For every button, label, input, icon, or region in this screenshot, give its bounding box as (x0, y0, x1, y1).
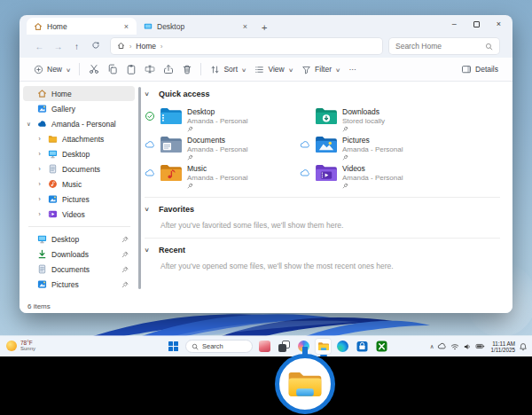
tab-close-icon[interactable]: × (241, 22, 249, 31)
toolbar-divider (79, 63, 80, 75)
navigation-pane: Home Gallery ∨ Amanda - Personal (20, 82, 141, 300)
notifications-bell-icon[interactable] (519, 342, 528, 351)
sync-cloud-icon (145, 139, 155, 150)
share-button[interactable] (159, 60, 177, 78)
copy-button[interactable] (103, 60, 121, 78)
sidebar-scrollbar[interactable] (138, 87, 141, 289)
quick-access-header[interactable]: ∨ Quick access (143, 88, 502, 100)
refresh-button[interactable] (86, 41, 105, 51)
sidebar-item-videos[interactable]: › Videos (23, 207, 135, 222)
wallpaper-bloom-shape (93, 311, 430, 336)
tile-music[interactable]: Music Amanda - Personal (145, 163, 300, 189)
tile-pictures[interactable]: Pictures Amanda - Personal (300, 135, 455, 161)
tab-desktop[interactable]: Desktop × (137, 18, 255, 35)
pin-icon (187, 126, 247, 132)
minimize-button[interactable]: – (452, 20, 457, 28)
chevron-down-icon: ∨ (66, 67, 71, 73)
sidebar-item-documents[interactable]: › Documents (23, 161, 135, 176)
tile-subtitle: Amanda - Personal (342, 174, 403, 183)
store-button[interactable] (355, 339, 370, 354)
store-icon (356, 341, 368, 352)
sidebar-item-pictures[interactable]: › Pictures (23, 192, 135, 207)
pin-icon (342, 183, 403, 189)
sidebar-item-documents-pinned[interactable]: Documents (23, 262, 135, 277)
breadcrumb-separator[interactable]: › (160, 43, 162, 50)
desktop-tab-icon (143, 21, 153, 31)
volume-icon[interactable] (463, 342, 472, 351)
sidebar-item-desktop[interactable]: › Desktop (23, 146, 135, 161)
chevron-right-icon[interactable]: › (35, 196, 43, 202)
tile-videos[interactable]: Videos Amanda - Personal (300, 163, 455, 189)
new-button[interactable]: New ∨ (29, 60, 74, 78)
filter-button[interactable]: Filter ∨ (297, 60, 344, 78)
paste-button[interactable] (121, 60, 140, 78)
tile-documents[interactable]: Documents Amanda - Personal (145, 135, 300, 161)
section-title: Favorites (159, 205, 194, 214)
pictures-folder-icon (315, 136, 338, 161)
recent-header[interactable]: ∨ Recent (143, 244, 502, 256)
sort-button[interactable]: Sort ∨ (206, 60, 250, 78)
view-button[interactable]: View ∨ (250, 60, 297, 78)
up-button[interactable]: ↑ (67, 42, 86, 51)
chevron-down-icon[interactable]: ∨ (142, 90, 153, 98)
pin-icon (342, 154, 403, 161)
address-bar[interactable]: › Home › (111, 38, 382, 54)
sidebar-item-gallery[interactable]: Gallery (23, 101, 135, 116)
taskbar-search-label: Search (202, 342, 223, 350)
new-tab-button[interactable]: + (262, 22, 267, 35)
battery-icon[interactable] (475, 341, 485, 351)
rename-button[interactable] (140, 60, 159, 78)
chevron-right-icon[interactable]: › (35, 151, 43, 157)
taskbar-search[interactable]: Search (185, 340, 253, 353)
tab-close-icon[interactable]: × (122, 22, 130, 31)
sidebar-item-music[interactable]: › Music (23, 176, 135, 192)
sidebar-item-onedrive[interactable]: ∨ Amanda - Personal (23, 116, 135, 131)
sidebar-divider (28, 226, 130, 227)
back-button[interactable]: ← (30, 42, 49, 51)
onedrive-tray-icon[interactable] (437, 341, 447, 351)
chevron-down-icon[interactable]: ∨ (142, 247, 153, 254)
sidebar-item-downloads-pinned[interactable]: Downloads (23, 247, 135, 262)
tile-name: Downloads (342, 108, 385, 117)
sidebar-item-pictures-pinned[interactable]: Pictures (23, 277, 135, 292)
chevron-down-icon[interactable]: ∨ (142, 206, 153, 213)
tile-downloads[interactable]: Downloads Stored locally (300, 106, 455, 132)
search-box[interactable] (389, 38, 499, 54)
status-bar: 6 items (20, 300, 512, 313)
task-view-button[interactable] (277, 339, 292, 354)
tray-chevron-up-icon[interactable]: ∧ (430, 343, 434, 350)
tile-name: Videos (342, 165, 403, 174)
xbox-button[interactable] (374, 339, 389, 354)
start-button[interactable] (166, 339, 181, 354)
chevron-right-icon[interactable]: › (35, 166, 43, 172)
sidebar-item-home[interactable]: Home (23, 86, 135, 101)
wifi-icon[interactable] (450, 342, 459, 351)
chevron-right-icon[interactable]: › (35, 211, 43, 217)
close-button[interactable]: × (497, 20, 501, 28)
chevron-right-icon[interactable]: › (35, 136, 43, 142)
tile-subtitle: Amanda - Personal (187, 174, 247, 183)
tile-desktop[interactable]: Desktop Amanda - Personal (145, 106, 300, 132)
section-title: Quick access (159, 90, 210, 98)
details-pane-button[interactable]: Details (457, 60, 503, 78)
pinned-app-icon[interactable] (257, 339, 272, 354)
sidebar-item-desktop-pinned[interactable]: Desktop (23, 231, 135, 247)
chevron-down-icon[interactable]: ∨ (25, 121, 33, 128)
chevron-right-icon[interactable]: › (35, 181, 43, 187)
maximize-button[interactable] (473, 21, 480, 27)
file-explorer-button[interactable] (316, 339, 331, 354)
favorites-header[interactable]: ∨ Favorites (143, 203, 502, 215)
desktop-icon (48, 149, 58, 159)
more-options-button[interactable]: ··· (344, 60, 361, 78)
weather-widget[interactable]: 78°F Sunny (6, 340, 35, 352)
sidebar-item-attachments[interactable]: › Attachments (23, 131, 135, 146)
tab-home[interactable]: Home × (27, 18, 137, 35)
cut-button[interactable] (84, 60, 103, 78)
weather-temperature: 78°F (20, 340, 35, 346)
breadcrumb[interactable]: Home (136, 42, 156, 51)
delete-button[interactable] (177, 60, 196, 78)
search-input[interactable] (395, 42, 485, 51)
forward-button[interactable]: → (49, 42, 67, 51)
taskbar-clock[interactable]: 11:11 AM 1/11/2025 (490, 341, 515, 353)
edge-button[interactable] (335, 339, 350, 354)
